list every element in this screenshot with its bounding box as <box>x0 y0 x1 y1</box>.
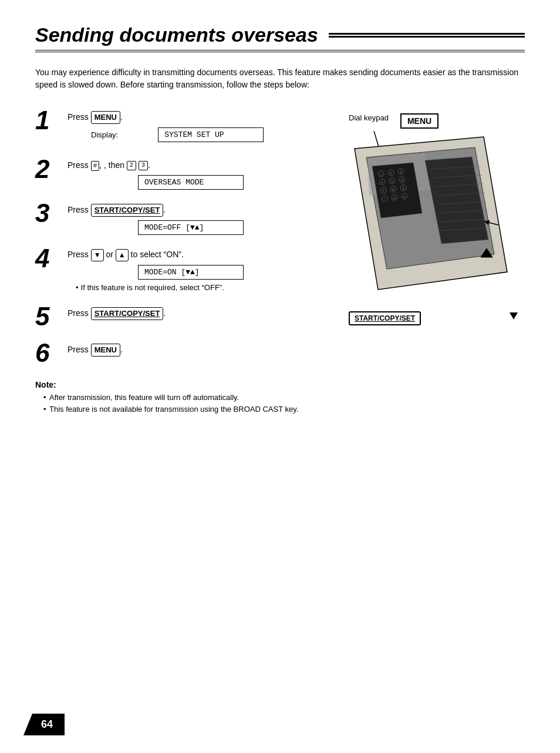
arrow-up-key: ▲ <box>116 249 129 261</box>
key-2: 2 <box>127 161 136 170</box>
step-3-number: 3 <box>35 200 68 226</box>
dial-keypad-label: Dial keypad <box>349 113 389 122</box>
diagram-column: Dial keypad MENU <box>349 107 525 415</box>
step-1-content: Press MENU. Display: SYSTEM SET UP <box>68 107 331 146</box>
step-1: 1 Press MENU. Display: SYSTEM SET UP <box>35 107 331 146</box>
step-6-text: Press MENU. <box>68 344 331 357</box>
page-footer: 64 <box>23 714 65 735</box>
step-5-press-label: Press <box>68 308 89 318</box>
step-3-display-wrapper: MODE=OFF [▼▲] <box>103 220 331 235</box>
step-2-display-wrapper: OVERSEAS MODE <box>103 175 331 190</box>
step-4-select: to select “ON”. <box>131 250 184 259</box>
step-4-content: Press ▼ or ▲ to select “ON”. MODE=ON [▼▲… <box>68 246 331 293</box>
fax-device-diagram: 1 2 3 4 5 6 7 8 <box>349 131 513 301</box>
step-1-number: 1 <box>35 107 68 133</box>
menu-label-box: MENU <box>400 113 438 129</box>
step-5-content: Press START/COPY/SET. <box>68 304 331 324</box>
page: Sending documents overseas You may exper… <box>0 0 560 450</box>
note-title: Note: <box>35 380 331 389</box>
step-6-press-label: Press <box>68 345 89 354</box>
page-number-badge: 64 <box>23 714 65 735</box>
note-bullet-1: After transmission, this feature will tu… <box>43 392 331 404</box>
step-2-then: , then <box>104 160 124 170</box>
step-6-content: Press MENU. <box>68 340 331 360</box>
diagram-container: Dial keypad MENU <box>349 113 525 325</box>
page-number: 64 <box>41 718 53 730</box>
display-box-2: OVERSEAS MODE <box>138 175 244 190</box>
title-decoration <box>329 33 525 38</box>
step-2-text: Press #, , then 2 3. <box>68 160 331 172</box>
step-4-bullet: If this feature is not required, select … <box>76 282 331 294</box>
page-title: Sending documents overseas <box>35 23 525 52</box>
start-copy-set-diagram-label: START/COPY/SET <box>349 311 421 325</box>
step-5-text: Press START/COPY/SET. <box>68 307 331 320</box>
display-box-1: SYSTEM SET UP <box>158 127 264 142</box>
step-3-press-label: Press <box>68 205 89 214</box>
menu-key-6: MENU <box>91 344 120 357</box>
menu-key-1: MENU <box>91 111 120 124</box>
display-box-4: MODE=ON [▼▲] <box>138 265 244 280</box>
step-1-display-row: Display: SYSTEM SET UP <box>68 127 331 142</box>
step-4-press-label: Press <box>68 250 89 259</box>
step-4: 4 Press ▼ or ▲ to select “ON”. MODE=ON [… <box>35 246 331 293</box>
step-2: 2 Press #, , then 2 3. OVERSEAS MODE <box>35 156 331 190</box>
arrow-down-key: ▼ <box>91 249 104 261</box>
steps-column: 1 Press MENU. Display: SYSTEM SET UP 2 <box>35 107 331 415</box>
step-4-or: or <box>106 250 113 259</box>
step-2-number: 2 <box>35 156 68 182</box>
step-3-text: Press START/COPY/SET. <box>68 204 331 217</box>
main-content: 1 Press MENU. Display: SYSTEM SET UP 2 <box>35 107 525 415</box>
arrow-down-diagram <box>510 312 518 320</box>
hash-key: # <box>91 161 100 171</box>
arrow-keys-diagram <box>508 312 519 320</box>
step-2-press-label: Press <box>68 160 89 170</box>
step-6-number: 6 <box>35 340 68 366</box>
step-1-press-label: Press <box>68 112 89 122</box>
start-copy-set-key-3: START/COPY/SET <box>91 204 164 217</box>
step-2-content: Press #, , then 2 3. OVERSEAS MODE <box>68 156 331 190</box>
title-text: Sending documents overseas <box>35 23 318 46</box>
step-5: 5 Press START/COPY/SET. <box>35 304 331 330</box>
display-label-1: Display: <box>91 130 118 139</box>
start-copy-set-key-5: START/COPY/SET <box>91 307 164 320</box>
step-5-number: 5 <box>35 304 68 330</box>
step-4-display-wrapper: MODE=ON [▼▲] <box>103 265 331 280</box>
step-4-number: 4 <box>35 246 68 271</box>
note-bullet-2: This feature is not available for transm… <box>43 404 331 415</box>
intro-paragraph: You may experience difficulty in transmi… <box>35 66 525 91</box>
diagram-bottom: START/COPY/SET <box>349 307 525 325</box>
step-3-content: Press START/COPY/SET. MODE=OFF [▼▲] <box>68 200 331 235</box>
note-section: Note: After transmission, this feature w… <box>35 380 331 415</box>
step-6: 6 Press MENU. <box>35 340 331 366</box>
step-3: 3 Press START/COPY/SET. MODE=OFF [▼▲] <box>35 200 331 235</box>
step-4-text: Press ▼ or ▲ to select “ON”. <box>68 249 331 261</box>
display-box-3: MODE=OFF [▼▲] <box>138 220 244 235</box>
step-1-text: Press MENU. <box>68 111 331 124</box>
key-3: 3 <box>139 161 148 170</box>
